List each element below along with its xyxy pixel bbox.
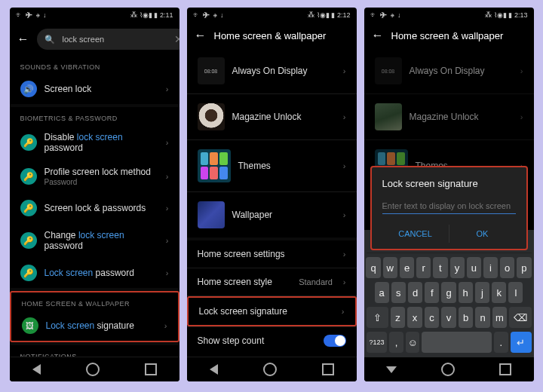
status-bar: ᯤ ✈ ⊕ ↓ ⁂ ⌇◉▮ ▮ 2:12 xyxy=(187,8,357,23)
row-wallpaper[interactable]: Wallpaper › xyxy=(187,192,357,237)
key-p[interactable]: p xyxy=(517,257,531,278)
row-hs-style[interactable]: Home screen style Standard › xyxy=(187,268,357,296)
back-icon[interactable]: ← xyxy=(372,29,384,42)
key-icon: 🔑 xyxy=(20,200,37,216)
signature-input[interactable] xyxy=(382,198,516,214)
key-backspace[interactable]: ⌫ xyxy=(509,307,531,328)
nav-back[interactable] xyxy=(210,364,218,375)
row-screen-lock[interactable]: 🔊 Screen lock › xyxy=(10,74,179,104)
key-t[interactable]: t xyxy=(433,257,447,278)
row-label: Always On Display xyxy=(232,66,336,76)
nav-home[interactable] xyxy=(86,363,100,376)
clock-thumb: 08:08 xyxy=(375,57,402,84)
row-always-on[interactable]: 08:08 Always On Display › xyxy=(187,48,357,93)
key-z[interactable]: z xyxy=(391,307,406,328)
key-period[interactable]: . xyxy=(494,332,508,353)
nav-back[interactable] xyxy=(32,364,41,375)
row-profile-method[interactable]: 🔑 Profile screen lock methodPassword › xyxy=(10,160,179,193)
row-label: Change lock screen password xyxy=(44,230,158,251)
nav-recent[interactable] xyxy=(145,363,157,375)
key-u[interactable]: u xyxy=(467,257,481,278)
volume-icon: 🔊 xyxy=(20,81,37,97)
nav-recent[interactable] xyxy=(499,363,511,375)
key-s[interactable]: s xyxy=(391,282,406,303)
kb-row2: a s d f g h j k l xyxy=(367,282,532,303)
key-o[interactable]: o xyxy=(500,257,514,278)
clear-icon[interactable]: ✕ xyxy=(174,33,179,45)
key-r[interactable]: r xyxy=(416,257,431,278)
row-magazine[interactable]: Magazine Unlock › xyxy=(187,94,357,139)
key-i[interactable]: i xyxy=(483,257,498,278)
row-lockscreen-password[interactable]: 🔑 Lock screen password › xyxy=(10,258,179,288)
key-icon: 🔑 xyxy=(20,168,37,185)
page-title: Home screen & wallpaper xyxy=(214,30,327,41)
key-l[interactable]: l xyxy=(508,282,523,303)
key-y[interactable]: y xyxy=(450,257,465,278)
row-lockscreen-signature[interactable]: Lock screen signature › xyxy=(187,296,357,326)
image-icon: 🖼 xyxy=(22,317,38,334)
key-q[interactable]: q xyxy=(366,257,380,278)
row-value: Standard xyxy=(299,277,333,286)
nav-home[interactable] xyxy=(441,363,455,376)
kb-row4: ?123 , ☺ . ↵ xyxy=(367,332,532,353)
key-v[interactable]: v xyxy=(441,307,456,328)
toggle-switch[interactable] xyxy=(324,335,346,347)
back-icon[interactable]: ← xyxy=(195,29,207,42)
key-a[interactable]: a xyxy=(375,282,389,303)
chevron-icon: › xyxy=(343,161,346,170)
nav-recent[interactable] xyxy=(322,363,334,375)
key-f[interactable]: f xyxy=(425,282,439,303)
chevron-icon: › xyxy=(342,307,345,316)
key-d[interactable]: d xyxy=(408,282,422,303)
search-field[interactable]: 🔍 ✕ xyxy=(37,29,179,50)
key-j[interactable]: j xyxy=(475,282,489,303)
search-header: ← 🔍 ✕ xyxy=(10,23,179,56)
key-space[interactable] xyxy=(422,332,492,353)
row-label: Lock screen password xyxy=(44,268,158,278)
key-k[interactable]: k xyxy=(492,282,506,303)
key-h[interactable]: h xyxy=(459,282,473,303)
key-enter[interactable]: ↵ xyxy=(511,332,532,353)
nav-hide-kb[interactable] xyxy=(386,366,397,373)
key-x[interactable]: x xyxy=(407,307,422,328)
row-lock-passwords[interactable]: 🔑 Screen lock & passwords › xyxy=(10,193,179,223)
row-step-count[interactable]: Show step count xyxy=(187,327,357,354)
key-n[interactable]: n xyxy=(475,307,490,328)
ok-button[interactable]: OK xyxy=(449,225,516,243)
status-bar: ᯤ ✈ ⊕ ↓ ⁂ ⌇◉▮ ▮ 2:11 xyxy=(10,8,179,23)
chevron-icon: › xyxy=(166,84,169,93)
section-homescreen: HOME SCREEN & WALLPAPER xyxy=(11,292,178,311)
apps-thumb xyxy=(198,149,231,182)
key-c[interactable]: c xyxy=(425,307,440,328)
key-e[interactable]: e xyxy=(400,257,414,278)
cancel-button[interactable]: CANCEL xyxy=(382,225,449,243)
key-symbols[interactable]: ?123 xyxy=(367,332,388,353)
chevron-icon: › xyxy=(343,112,346,121)
nav-home[interactable] xyxy=(263,363,277,376)
chevron-icon: › xyxy=(343,66,346,75)
row-themes[interactable]: Themes › xyxy=(187,140,357,191)
key-m[interactable]: m xyxy=(492,307,508,328)
kb-row3: ⇧ z x c v b n m ⌫ xyxy=(367,307,532,328)
chevron-icon: › xyxy=(166,268,169,277)
row-change-password[interactable]: 🔑 Change lock screen password › xyxy=(10,223,179,258)
row-magazine: Magazine Unlock › xyxy=(364,94,534,139)
row-hs-settings[interactable]: Home screen settings › xyxy=(187,240,357,268)
key-comma[interactable]: , xyxy=(389,332,403,353)
row-disable-password[interactable]: 🔑 Disable lock screen password › xyxy=(10,125,179,160)
key-w[interactable]: w xyxy=(383,257,397,278)
section-sounds: SOUNDS & VIBRATION xyxy=(10,56,179,74)
search-input[interactable] xyxy=(61,34,168,44)
coffee-thumb xyxy=(198,103,225,130)
key-shift[interactable]: ⇧ xyxy=(367,307,388,328)
back-icon[interactable]: ← xyxy=(17,32,29,46)
row-label: Screen lock & passwords xyxy=(44,203,158,213)
row-label: Disable lock screen password xyxy=(44,132,158,153)
key-b[interactable]: b xyxy=(459,307,474,328)
section-notifications: NOTIFICATIONS xyxy=(10,345,179,357)
key-g[interactable]: g xyxy=(441,282,456,303)
nav-bar xyxy=(364,357,534,381)
row-lockscreen-signature[interactable]: 🖼 Lock screen signature › xyxy=(11,311,178,341)
key-emoji[interactable]: ☺ xyxy=(406,332,420,353)
row-always-on: 08:08 Always On Display › xyxy=(364,48,534,93)
